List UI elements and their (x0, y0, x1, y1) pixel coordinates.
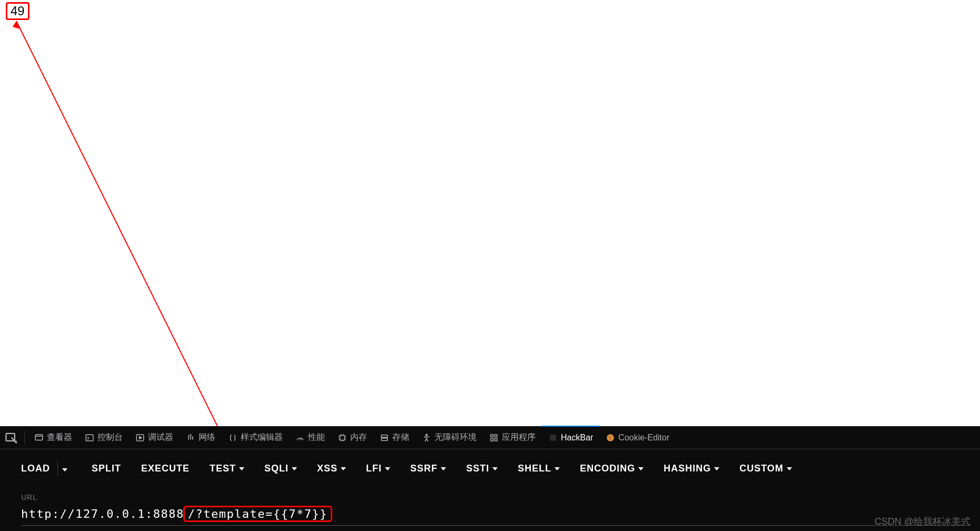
svg-point-29 (610, 438, 611, 439)
caret-down-icon (385, 467, 390, 470)
svg-rect-21 (491, 435, 493, 437)
tab-storage[interactable]: 存储 (373, 426, 415, 449)
devtools-toolbar: 查看器 控制台 调试器 (0, 426, 980, 449)
tab-label: 无障碍环境 (434, 432, 477, 443)
hackbar-xss-dropdown[interactable]: XSS (317, 463, 346, 474)
hackbar-split-button[interactable]: SPLIT (92, 463, 121, 474)
svg-rect-24 (495, 438, 498, 441)
tab-hackbar[interactable]: HackBar (542, 426, 599, 449)
inspector-icon (34, 433, 44, 442)
hackbar-test-dropdown[interactable]: TEST (210, 463, 244, 474)
network-icon (186, 433, 195, 442)
hackbar-execute-button[interactable]: EXECUTE (141, 463, 190, 474)
tab-label: 应用程序 (502, 432, 536, 443)
caret-down-icon (292, 467, 297, 470)
hackbar-hashing-dropdown[interactable]: HASHING (664, 463, 719, 474)
svg-point-27 (609, 436, 610, 437)
svg-rect-9 (340, 435, 345, 440)
tab-label: 控制台 (97, 432, 123, 443)
caret-down-icon (441, 467, 446, 470)
svg-rect-18 (381, 435, 388, 437)
storage-icon (380, 433, 389, 442)
caret-down-icon (239, 467, 244, 470)
hackbar-ssrf-dropdown[interactable]: SSRF (410, 463, 446, 474)
url-input[interactable]: http://127.0.0.1:8888 /?template={{7*7}} (21, 506, 969, 526)
tab-inspector[interactable]: 查看器 (28, 426, 78, 449)
hackbar-load-button[interactable]: LOAD (21, 463, 50, 474)
svg-rect-22 (495, 435, 498, 437)
tab-label: 性能 (308, 432, 325, 443)
svg-point-20 (426, 434, 428, 436)
hackbar-lfi-dropdown[interactable]: LFI (366, 463, 390, 474)
menu-label: LFI (366, 463, 382, 474)
hackbar-ssti-dropdown[interactable]: SSTI (466, 463, 498, 474)
tab-application[interactable]: 应用程序 (483, 426, 542, 449)
tab-label: 调试器 (148, 432, 173, 443)
caret-down-icon (555, 467, 560, 470)
tab-network[interactable]: 网络 (180, 426, 222, 449)
page-result-annotation-box: 49 (6, 2, 29, 20)
application-icon (489, 433, 499, 442)
pick-element-icon[interactable] (4, 430, 19, 445)
tab-accessibility[interactable]: 无障碍环境 (415, 426, 483, 449)
tab-label: 样式编辑器 (241, 432, 283, 443)
caret-down-icon (492, 467, 498, 470)
caret-down-icon (341, 467, 346, 470)
tab-label: 内存 (350, 432, 367, 443)
svg-point-26 (607, 434, 615, 441)
hackbar-menubar: LOAD SPLIT EXECUTE TEST SQLI XSS (21, 461, 969, 476)
tab-style-editor[interactable]: 样式编辑器 (222, 426, 289, 449)
url-query-annotation-box: /?template={{7*7}} (183, 506, 332, 522)
accessibility-icon (422, 433, 431, 442)
menu-label: SQLI (264, 463, 289, 474)
menu-label: SSTI (466, 463, 489, 474)
hackbar-panel: LOAD SPLIT EXECUTE TEST SQLI XSS (0, 449, 980, 531)
hackbar-encoding-dropdown[interactable]: ENCODING (580, 463, 644, 474)
tab-debugger[interactable]: 调试器 (129, 426, 180, 449)
tab-console[interactable]: 控制台 (78, 426, 129, 449)
tab-label: 网络 (199, 432, 215, 443)
menu-label: LOAD (21, 463, 50, 474)
menu-label: ENCODING (580, 463, 635, 474)
style-editor-icon (228, 433, 237, 442)
menu-label: SHELL (518, 463, 551, 474)
tab-performance[interactable]: 性能 (289, 426, 331, 449)
menu-label: EXECUTE (141, 463, 190, 474)
memory-icon (338, 433, 347, 442)
tab-label: Cookie-Editor (618, 433, 669, 442)
menu-label: XSS (317, 463, 338, 474)
hackbar-shell-dropdown[interactable]: SHELL (518, 463, 560, 474)
svg-rect-25 (550, 435, 556, 441)
tab-memory[interactable]: 内存 (331, 426, 373, 449)
cookie-icon (606, 433, 615, 442)
svg-point-28 (611, 437, 612, 438)
tab-label: 存储 (392, 432, 409, 443)
hackbar-load-dropdown[interactable] (57, 461, 72, 476)
url-section: URL http://127.0.0.1:8888 /?template={{7… (21, 493, 969, 526)
svg-marker-7 (140, 436, 142, 439)
svg-rect-3 (35, 435, 43, 440)
console-icon (85, 433, 94, 442)
menu-label: TEST (210, 463, 236, 474)
watermark: CSDN @给我杯冰美式 (875, 515, 971, 528)
hackbar-icon (548, 433, 558, 442)
menu-label: SSRF (410, 463, 438, 474)
page-content-area: 49 (0, 0, 980, 415)
tab-cookie-editor[interactable]: Cookie-Editor (599, 426, 676, 449)
caret-down-icon (714, 467, 719, 470)
menu-label: HASHING (664, 463, 711, 474)
url-prefix-text: http://127.0.0.1:8888 (21, 507, 184, 520)
svg-marker-1 (13, 21, 20, 29)
caret-down-icon (62, 468, 67, 471)
caret-down-icon (638, 467, 644, 470)
menu-label: SPLIT (92, 463, 121, 474)
performance-icon (295, 433, 305, 442)
page-result-text: 49 (11, 4, 25, 18)
svg-rect-19 (381, 438, 388, 440)
url-query-text: /?template={{7*7}} (188, 507, 328, 520)
hackbar-custom-dropdown[interactable]: CUSTOM (739, 463, 792, 474)
svg-rect-23 (491, 438, 493, 441)
caret-down-icon (787, 467, 792, 470)
svg-rect-5 (86, 435, 93, 441)
hackbar-sqli-dropdown[interactable]: SQLI (264, 463, 297, 474)
